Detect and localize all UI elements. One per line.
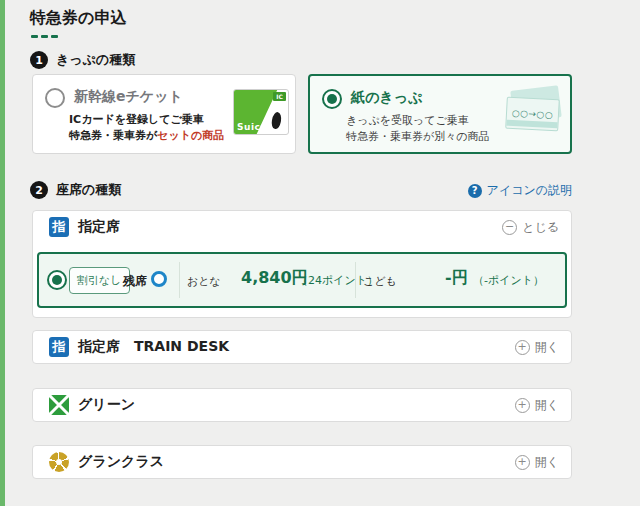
ticket-type-options: 新幹線eチケット ICカードを登録してご乗車 特急券・乗車券がセットの商品 Su… <box>32 74 572 154</box>
expand-toggle[interactable]: + 開く <box>515 339 559 356</box>
question-icon: ? <box>468 184 482 198</box>
panel-train-desk-label: 指定席 TRAIN DESK <box>78 338 229 356</box>
section-seat-type-header: 2 座席の種類 <box>30 181 121 199</box>
radio-unselected-icon[interactable] <box>45 88 65 108</box>
option-eticket-title: 新幹線eチケット <box>74 88 183 106</box>
fare-radio-selected-icon[interactable] <box>47 270 67 290</box>
ticket-route-text: ○○→○○ <box>512 108 554 120</box>
child-label: こども <box>363 274 397 289</box>
reserved-seat-icon: 指 <box>49 217 69 237</box>
plus-circle-icon: + <box>515 455 530 470</box>
panel-reserved-seat: 指 指定席 − とじる 割引なし 残席 おとな 4,840円 （24ポイント） … <box>32 210 572 318</box>
discount-chip: 割引なし <box>69 267 130 294</box>
ticket-stripe <box>506 120 557 129</box>
panel-granclass-label: グランクラス <box>78 453 164 471</box>
panel-reserved-label: 指定席 <box>78 218 120 236</box>
minus-circle-icon: − <box>502 220 517 235</box>
panel-reserved-header[interactable]: 指 指定席 − とじる <box>33 211 571 243</box>
option-eticket-line2: 特急券・乗車券がセットの商品 <box>69 128 224 143</box>
option-paper-ticket[interactable]: 紙のきっぷ きっぷを受取ってご乗車 特急券・乗車券が別々の商品 ○○→○○ <box>308 74 572 154</box>
step-1-badge: 1 <box>30 51 48 69</box>
ic-logo: IC <box>273 92 286 101</box>
panel-granclass: グランクラス + 開く <box>32 445 572 479</box>
child-price: -円 <box>445 268 468 289</box>
collapse-label: とじる <box>522 219 559 236</box>
option-paper-title: 紙のきっぷ <box>351 89 422 107</box>
option-paper-line2: 特急券・乗車券が別々の商品 <box>346 129 490 144</box>
radio-selected-icon[interactable] <box>322 89 342 109</box>
panel-train-desk-header[interactable]: 指 指定席 TRAIN DESK + 開く <box>33 331 571 363</box>
suica-logo-text: Suica <box>237 122 267 132</box>
step-2-badge: 2 <box>30 181 48 199</box>
expand-label: 開く <box>535 339 559 356</box>
icon-help-link[interactable]: ? アイコンの説明 <box>468 182 572 199</box>
reserved-fare-option[interactable]: 割引なし 残席 おとな 4,840円 （24ポイント） こども -円 （-ポイン… <box>37 252 567 308</box>
expand-label: 開く <box>535 397 559 414</box>
suica-card-icon: Suica IC <box>233 89 289 135</box>
plus-circle-icon: + <box>515 398 530 413</box>
left-accent-bar <box>0 0 5 506</box>
granclass-emblem-icon <box>49 452 69 472</box>
option-eticket-line1: ICカードを登録してご乗車 <box>69 112 204 127</box>
expand-label: 開く <box>535 454 559 471</box>
title-underline-decoration <box>31 35 58 38</box>
option-eticket-line2-red: セットの商品 <box>157 129 224 142</box>
collapse-toggle[interactable]: − とじる <box>502 219 559 236</box>
section-ticket-type-header: 1 きっぷの種類 <box>30 51 135 69</box>
panel-green-car-header[interactable]: グリーン + 開く <box>33 389 571 421</box>
remaining-seats-label: 残席 <box>123 273 147 290</box>
ticket-front: ○○→○○ <box>505 97 560 132</box>
option-eticket-line2-black: 特急券・乗車券が <box>69 129 157 142</box>
panel-granclass-header[interactable]: グランクラス + 開く <box>33 446 571 478</box>
divider <box>355 262 356 298</box>
page-title: 特急券の申込 <box>30 8 126 29</box>
option-paper-line1: きっぷを受取ってご乗車 <box>346 113 469 128</box>
section-seat-type-title: 座席の種類 <box>56 181 121 199</box>
panel-green-car-label: グリーン <box>78 396 135 414</box>
panel-train-desk: 指 指定席 TRAIN DESK + 開く <box>32 330 572 364</box>
expand-toggle[interactable]: + 開く <box>515 454 559 471</box>
reserved-seat-icon: 指 <box>49 337 69 357</box>
section-ticket-type-title: きっぷの種類 <box>56 51 135 69</box>
panel-green-car: グリーン + 開く <box>32 388 572 422</box>
plus-circle-icon: + <box>515 340 530 355</box>
option-shinkansen-eticket[interactable]: 新幹線eチケット ICカードを登録してご乗車 特急券・乗車券がセットの商品 Su… <box>32 74 296 154</box>
availability-circle-icon <box>151 271 167 287</box>
adult-label: おとな <box>187 274 221 289</box>
green-car-clover-icon <box>49 395 69 415</box>
icon-help-label: アイコンの説明 <box>487 182 572 199</box>
paper-tickets-icon: ○○→○○ <box>504 86 562 138</box>
suica-penguin-icon <box>271 111 283 129</box>
expand-toggle[interactable]: + 開く <box>515 397 559 414</box>
child-points: （-ポイント） <box>473 273 544 288</box>
divider <box>179 262 180 298</box>
